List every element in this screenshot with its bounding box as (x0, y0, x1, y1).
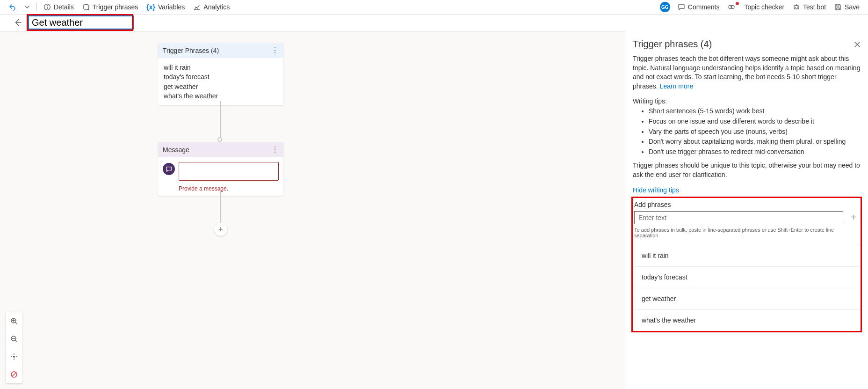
svg-rect-5 (794, 6, 799, 9)
zoom-fit-button[interactable] (6, 348, 22, 366)
comments-button[interactable]: Comments (674, 0, 723, 14)
topic-checker-icon (728, 3, 735, 11)
trigger-node-title: Trigger Phrases (4) (163, 47, 219, 54)
phrase-list-item[interactable]: today's forecast (634, 266, 859, 288)
trigger-phrase-item: today's forecast (164, 72, 278, 81)
topic-checker-label: Topic checker (744, 3, 784, 11)
unique-note: Trigger phrases should be unique to this… (633, 161, 861, 179)
details-label: Details (54, 3, 74, 11)
undo-menu-button[interactable] (21, 0, 34, 14)
save-icon (834, 3, 842, 11)
chart-icon (193, 3, 201, 11)
learn-more-link[interactable]: Learn more (660, 82, 694, 90)
trigger-phrases-label: Trigger phrases (93, 3, 138, 11)
phrase-list-item[interactable]: what's the weather (634, 309, 859, 331)
comments-label: Comments (688, 3, 720, 11)
svg-point-1 (47, 5, 48, 6)
close-icon (854, 41, 861, 48)
trigger-phrase-item: what's the weather (164, 91, 278, 101)
top-toolbar: Details Trigger phrases {x} Variables An… (0, 0, 868, 15)
add-phrases-helper: To add phrases in bulk, paste in line-se… (634, 227, 859, 238)
topic-checker-button[interactable]: Topic checker (724, 0, 788, 14)
back-button[interactable] (12, 17, 23, 28)
zoom-in-icon (10, 317, 18, 325)
save-label: Save (845, 3, 860, 11)
comment-icon (678, 3, 685, 11)
hide-writing-tips-link[interactable]: Hide writing tips (633, 186, 679, 194)
trigger-phrases-button[interactable]: Trigger phrases (79, 0, 142, 14)
trigger-phrases-node[interactable]: Trigger Phrases (4) ⋮ will it rain today… (158, 43, 283, 105)
add-phrases-label: Add phrases (634, 201, 859, 209)
title-bar (0, 15, 868, 29)
zoom-reset-button[interactable] (6, 366, 22, 383)
trigger-phrases-panel: Trigger phrases (4) Trigger phrases teac… (625, 31, 868, 389)
prohibit-icon (10, 371, 18, 378)
undo-button[interactable] (5, 0, 20, 14)
trigger-phrase-item: get weather (164, 82, 278, 91)
variables-label: Variables (158, 3, 185, 11)
svg-rect-2 (47, 7, 47, 9)
variable-icon: {x} (146, 3, 155, 11)
add-node-button[interactable]: + (214, 223, 227, 236)
connector-dot-icon (217, 137, 222, 142)
authoring-canvas[interactable]: Trigger Phrases (4) ⋮ will it rain today… (0, 31, 625, 389)
tip-item: Don't worry about capitalizing words, ma… (649, 137, 861, 147)
test-bot-label: Test bot (803, 3, 826, 11)
arrow-left-icon (14, 18, 22, 27)
details-button[interactable]: Details (40, 0, 78, 14)
info-icon (43, 3, 51, 11)
zoom-out-icon (10, 335, 18, 343)
phrase-list-item[interactable]: get weather (634, 288, 859, 309)
message-icon (163, 163, 175, 175)
bot-icon (793, 3, 800, 11)
panel-description: Trigger phrases teach the bot different … (633, 54, 861, 91)
message-node-header: Message ⋮ (158, 142, 283, 157)
target-icon (10, 353, 18, 360)
test-bot-button[interactable]: Test bot (789, 0, 830, 14)
writing-tips-list: Short sentences (5-15 words) work best F… (633, 107, 861, 156)
analytics-button[interactable]: Analytics (189, 0, 233, 14)
save-button[interactable]: Save (831, 0, 863, 14)
zoom-out-button[interactable] (6, 330, 22, 348)
connector-line (220, 101, 221, 139)
svg-point-4 (731, 6, 734, 9)
add-phrase-button[interactable]: + (848, 212, 859, 223)
svg-point-6 (795, 7, 796, 8)
trigger-node-menu[interactable]: ⋮ (271, 47, 279, 54)
message-node-menu[interactable]: ⋮ (271, 146, 279, 154)
zoom-in-button[interactable] (6, 312, 22, 330)
message-node-title: Message (163, 146, 189, 154)
writing-tips-heading: Writing tips: (633, 97, 861, 105)
message-text-input[interactable] (179, 162, 279, 181)
connector-line (220, 190, 221, 223)
notification-dot-icon (736, 2, 739, 5)
trigger-node-body: will it rain today's forecast get weathe… (158, 58, 283, 105)
chat-icon (82, 3, 90, 11)
undo-icon (8, 3, 16, 11)
tip-item: Vary the parts of speech you use (nouns,… (649, 127, 861, 137)
trigger-phrase-item: will it rain (164, 63, 278, 72)
phrase-list-item[interactable]: will it rain (634, 245, 859, 266)
add-phrases-highlight: Add phrases + To add phrases in bulk, pa… (631, 197, 862, 332)
add-phrase-input[interactable] (634, 211, 843, 224)
variables-button[interactable]: {x} Variables (143, 0, 188, 14)
avatar[interactable]: GG (660, 2, 670, 12)
topic-name-input[interactable] (28, 15, 134, 29)
phrase-list: will it rain today's forecast get weathe… (634, 245, 859, 331)
analytics-label: Analytics (203, 3, 230, 11)
tip-item: Don't use trigger phrases to redirect mi… (649, 147, 861, 157)
svg-point-7 (797, 7, 798, 8)
chevron-down-icon (24, 4, 30, 10)
message-node[interactable]: Message ⋮ Provide a message. (158, 142, 283, 196)
panel-title: Trigger phrases (4) (633, 39, 712, 50)
tip-item: Focus on one issue and use different wor… (649, 117, 861, 126)
svg-point-10 (13, 356, 15, 358)
panel-close-button[interactable] (854, 41, 861, 48)
trigger-node-header: Trigger Phrases (4) ⋮ (158, 43, 283, 58)
zoom-controls (6, 312, 22, 383)
tip-item: Short sentences (5-15 words) work best (649, 107, 861, 116)
